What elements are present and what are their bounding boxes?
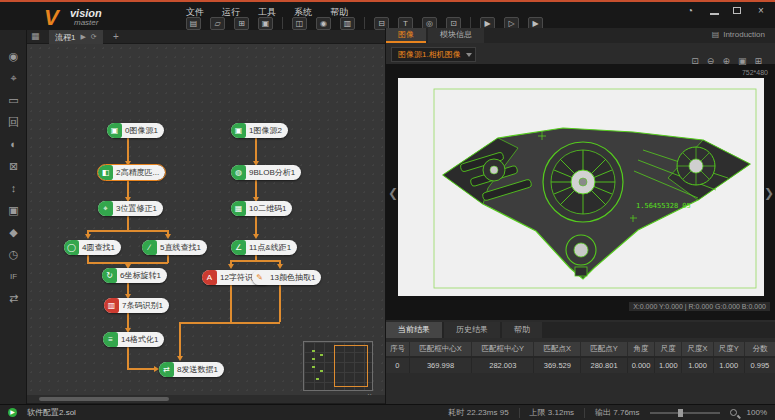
- flow-node-format[interactable]: ≡14格式化1: [103, 332, 164, 347]
- tab-current-result[interactable]: 当前结果: [386, 322, 442, 338]
- roi-tool-icon[interactable]: ▭: [0, 90, 27, 112]
- save-icon[interactable]: ▤: [186, 17, 201, 30]
- image-source-dropdown-value: 图像源1.相机图像: [398, 50, 461, 59]
- qrcode-icon: ▦: [231, 201, 246, 216]
- tab-image[interactable]: 图像: [386, 28, 426, 43]
- globe-icon[interactable]: ◐: [0, 134, 27, 156]
- col-header: 匹配框中心X: [409, 342, 471, 357]
- minimap-node: [312, 366, 315, 368]
- tab-module-info[interactable]: 模块信息: [428, 28, 484, 43]
- camera-source-icon[interactable]: ◉: [0, 46, 27, 68]
- restore-icon[interactable]: [733, 7, 741, 14]
- flow-canvas[interactable]: ▣0图像源1 ▣1图像源2 ◧2高精度匹... ◍9BLOB分析1 ⌖3位置修正…: [27, 44, 385, 395]
- flow-node-feature-match[interactable]: ◧2高精度匹...: [98, 165, 165, 180]
- position-locate-icon[interactable]: ⌖: [0, 68, 27, 90]
- measure-icon[interactable]: ⊠: [0, 156, 27, 178]
- one-to-one-icon[interactable]: ▣: [738, 56, 747, 66]
- fullscreen-icon[interactable]: ⊞: [754, 56, 762, 66]
- cell: 0: [386, 357, 409, 373]
- minimap[interactable]: [303, 341, 373, 391]
- table-row[interactable]: 0 369.998 282.003 369.529 280.801 0.000 …: [386, 357, 775, 373]
- node-label: 7条码识别1: [119, 300, 163, 311]
- minimap-viewport[interactable]: [334, 345, 368, 387]
- right-panel: 图像 模块信息 ▤ Introduction 图像源1.相机图像 ⊡ ⊖ ⊕ ▣…: [385, 28, 775, 404]
- image-process-icon[interactable]: ▣: [0, 200, 27, 222]
- module-list-icon[interactable]: ▥: [340, 17, 355, 30]
- flow-node-circle-find[interactable]: ◯4圆查找1: [64, 240, 121, 255]
- zoom-in-icon[interactable]: ⊕: [722, 56, 730, 66]
- flow-connector: [179, 322, 181, 358]
- color-tool-icon[interactable]: ◆: [0, 222, 27, 244]
- fit-window-icon[interactable]: ⊡: [691, 56, 699, 66]
- flow-tab[interactable]: 流程1 ▶ ⟳: [49, 30, 103, 44]
- focus-frame-icon[interactable]: 回: [0, 112, 27, 134]
- canvas-zoom-slider[interactable]: [650, 412, 720, 414]
- introduction-file-icon: ▤: [712, 30, 720, 39]
- cell: 1.000: [713, 357, 744, 373]
- send-data-icon: ⇄: [159, 362, 174, 377]
- flow-node-barcode[interactable]: ▥7条码识别1: [104, 298, 169, 313]
- add-flow-button[interactable]: +: [113, 31, 119, 42]
- align-icon[interactable]: ↕: [0, 178, 27, 200]
- open-solution-icon[interactable]: ▱: [210, 17, 225, 30]
- flow-run-icon[interactable]: ▶: [80, 33, 85, 41]
- app-logo: V vision master: [44, 5, 174, 31]
- close-icon[interactable]: ×: [755, 5, 767, 16]
- image-source-icon: ▣: [231, 123, 246, 138]
- theme-icon[interactable]: ◔: [684, 5, 696, 16]
- snapshot-icon[interactable]: ▣: [258, 17, 273, 30]
- flow-connector: [127, 138, 129, 163]
- flow-tab-bar: ▦ 流程1 ▶ ⟳ +: [27, 30, 385, 44]
- flow-arrow: [253, 234, 259, 239]
- window-layout-icon[interactable]: ◫: [292, 17, 307, 30]
- canvas-horizontal-scrollbar[interactable]: [27, 395, 385, 403]
- statusbar-separator: [519, 408, 520, 418]
- image-viewer[interactable]: ⊡ ⊖ ⊕ ▣ ⊞ 752*480: [386, 64, 775, 320]
- col-header: 角度: [627, 342, 654, 357]
- flow-node-point-line-distance[interactable]: ∠11点&线距1: [231, 240, 297, 255]
- node-label: 0图像源1: [122, 125, 158, 136]
- solution-file-name: 软件配置2.sol: [27, 407, 76, 418]
- col-header: 尺度X: [682, 342, 713, 357]
- minimize-icon[interactable]: [710, 13, 719, 15]
- history-icon[interactable]: ◷: [0, 244, 27, 266]
- inspection-image[interactable]: 1.56455328 05: [398, 78, 764, 296]
- logic-if-icon[interactable]: IF: [0, 266, 27, 288]
- chevron-right-icon[interactable]: ❯: [764, 186, 774, 200]
- export-image-icon[interactable]: ⊞: [234, 17, 249, 30]
- flow-node-line-find[interactable]: ∕5直线查找1: [142, 240, 207, 255]
- char-recognition-icon: A: [202, 270, 217, 285]
- chevron-left-icon[interactable]: ❮: [388, 186, 398, 200]
- elapsed-time-stat: 耗时 22.23ms 95: [449, 407, 509, 418]
- flow-node-qrcode[interactable]: ▦10二维码1: [231, 201, 292, 216]
- slider-thumb[interactable]: [678, 409, 683, 417]
- scrollbar-thumb[interactable]: [39, 397, 169, 401]
- toolbox-pin-icon[interactable]: ▦: [31, 31, 40, 41]
- flow-node-image-source-1[interactable]: ▣0图像源1: [107, 123, 164, 138]
- status-bar: ▶ 软件配置2.sol 耗时 22.23ms 95 上限 3.12ms 输出 7…: [0, 404, 775, 420]
- flow-node-coord-rotate[interactable]: ↻6坐标旋转1: [102, 268, 167, 283]
- flow-node-blob-analysis[interactable]: ◍9BLOB分析1: [231, 165, 301, 180]
- color-extract-icon: ✎: [252, 270, 267, 285]
- image-resolution: 752*480: [742, 69, 768, 76]
- flow-node-image-source-2[interactable]: ▣1图像源2: [231, 123, 288, 138]
- flow-loop-icon[interactable]: ⟳: [91, 33, 97, 41]
- point-line-distance-icon: ∠: [231, 240, 246, 255]
- visionmaster-window: V vision master 文件 运行 工具 系统 帮助 ◔ × ▤ ▱ ⊞…: [0, 0, 775, 420]
- zoom-out-icon[interactable]: ⊖: [707, 56, 715, 66]
- col-header: 序号: [386, 342, 409, 357]
- introduction-link[interactable]: ▤ Introduction: [712, 30, 765, 39]
- result-table: 序号 匹配框中心X 匹配框中心Y 匹配点X 匹配点Y 角度 尺度 尺度X 尺度Y…: [386, 342, 775, 373]
- tab-help[interactable]: 帮助: [502, 322, 542, 338]
- node-label: 9BLOB分析1: [246, 167, 295, 178]
- cell: 0.000: [627, 357, 654, 373]
- magnifier-icon: [730, 409, 737, 416]
- flow-node-position-fix[interactable]: ⌖3位置修正1: [98, 201, 163, 216]
- tab-history-result[interactable]: 历史结果: [444, 322, 500, 338]
- flow-node-send-data[interactable]: ⇄8发送数据1: [159, 362, 224, 377]
- camera-icon[interactable]: ◉: [316, 17, 331, 30]
- communication-icon[interactable]: ⇄: [0, 288, 27, 310]
- statusbar-separator: [584, 408, 585, 418]
- image-source-dropdown[interactable]: 图像源1.相机图像: [391, 47, 476, 62]
- flow-node-color-extract[interactable]: ✎13颜色抽取1: [252, 270, 321, 285]
